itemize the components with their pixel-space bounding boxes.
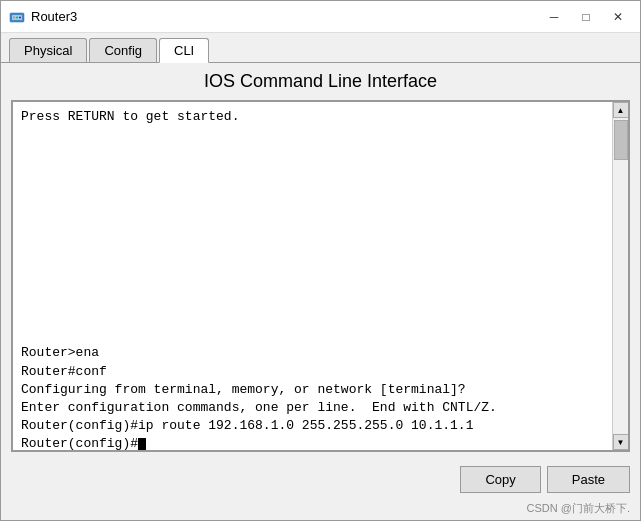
tab-physical[interactable]: Physical [9, 38, 87, 62]
svg-point-4 [19, 16, 21, 18]
svg-point-3 [16, 16, 18, 18]
main-window: Router3 ─ □ ✕ Physical Config CLI IOS Co… [0, 0, 641, 521]
tab-bar: Physical Config CLI [1, 33, 640, 63]
svg-point-2 [13, 16, 15, 18]
window-title: Router3 [31, 9, 540, 24]
history-line-1: Router>ena Router#conf Configuring from … [21, 345, 497, 450]
app-icon [9, 9, 25, 25]
close-button[interactable]: ✕ [604, 6, 632, 28]
bottom-bar: Copy Paste [1, 460, 640, 499]
copy-button[interactable]: Copy [460, 466, 540, 493]
scrollbar: ▲ ▼ [612, 102, 628, 450]
terminal-output[interactable]: Press RETURN to get started. Router>ena … [13, 102, 612, 450]
tab-cli[interactable]: CLI [159, 38, 209, 63]
minimize-button[interactable]: ─ [540, 6, 568, 28]
tab-config[interactable]: Config [89, 38, 157, 62]
maximize-button[interactable]: □ [572, 6, 600, 28]
page-title: IOS Command Line Interface [11, 71, 630, 92]
scroll-down-button[interactable]: ▼ [613, 434, 629, 450]
cursor [138, 438, 146, 450]
watermark: CSDN @门前大桥下. [1, 499, 640, 520]
window-controls: ─ □ ✕ [540, 6, 632, 28]
initial-prompt: Press RETURN to get started. [21, 109, 239, 124]
paste-button[interactable]: Paste [547, 466, 630, 493]
title-bar: Router3 ─ □ ✕ [1, 1, 640, 33]
terminal-container: Press RETURN to get started. Router>ena … [11, 100, 630, 452]
scroll-up-button[interactable]: ▲ [613, 102, 629, 118]
content-area: IOS Command Line Interface Press RETURN … [1, 63, 640, 460]
scroll-thumb[interactable] [614, 120, 628, 160]
